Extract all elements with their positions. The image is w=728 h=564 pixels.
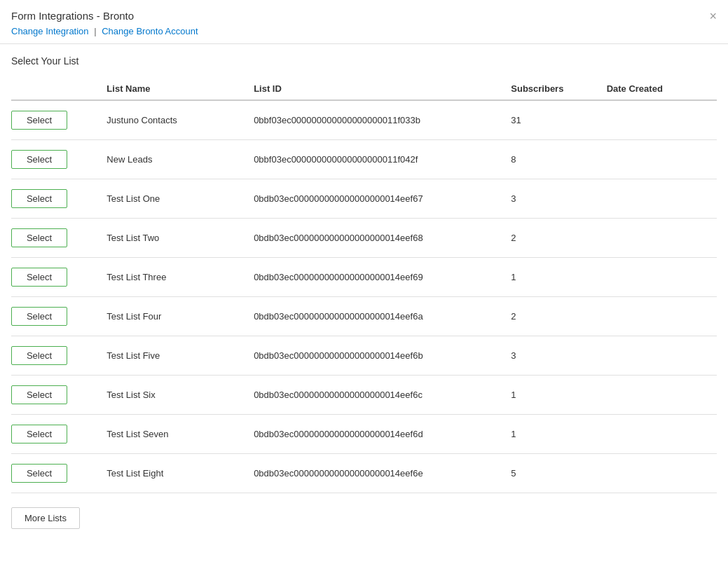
action-cell: Select: [11, 258, 107, 297]
table-row: SelectJustuno Contacts0bbf03ec0000000000…: [11, 100, 717, 140]
subscribers-cell: 1: [511, 376, 606, 415]
page-title: Form Integrations - Bronto: [11, 10, 717, 22]
table-body: SelectJustuno Contacts0bbf03ec0000000000…: [11, 100, 717, 493]
list-id-cell: 0bdb03ec000000000000000000014eef6a: [254, 297, 511, 336]
col-header-listname: List Name: [107, 78, 254, 100]
subscribers-cell: 5: [511, 454, 606, 493]
action-cell: Select: [11, 219, 107, 258]
select-button[interactable]: Select: [11, 464, 67, 483]
subscribers-cell: 8: [511, 140, 606, 179]
list-name-cell: Justuno Contacts: [107, 100, 254, 140]
list-id-cell: 0bdb03ec000000000000000000014eef6b: [254, 336, 511, 376]
list-id-cell: 0bdb03ec000000000000000000014eef6d: [254, 415, 511, 454]
table-row: SelectTest List Five0bdb03ec000000000000…: [11, 336, 717, 376]
date-created-cell: [607, 454, 717, 493]
action-cell: Select: [11, 297, 107, 336]
list-id-cell: 0bbf03ec000000000000000000011f033b: [254, 100, 511, 140]
select-button[interactable]: Select: [11, 307, 67, 326]
lists-table: List Name List ID Subscribers Date Creat…: [11, 78, 717, 493]
date-created-cell: [607, 258, 717, 297]
table-row: SelectTest List Three0bdb03ec00000000000…: [11, 258, 717, 297]
col-header-subscribers: Subscribers: [511, 78, 606, 100]
subscribers-cell: 3: [511, 336, 606, 376]
table-row: SelectTest List Two0bdb03ec0000000000000…: [11, 219, 717, 258]
date-created-cell: [607, 415, 717, 454]
date-created-cell: [607, 376, 717, 415]
subscribers-cell: 2: [511, 297, 606, 336]
change-account-link[interactable]: Change Bronto Account: [102, 26, 198, 36]
action-cell: Select: [11, 454, 107, 493]
date-created-cell: [607, 297, 717, 336]
list-name-cell: Test List Seven: [107, 415, 254, 454]
list-name-cell: Test List Six: [107, 376, 254, 415]
table-row: SelectTest List Four0bdb03ec000000000000…: [11, 297, 717, 336]
pipe-separator: |: [94, 26, 96, 36]
table-header: List Name List ID Subscribers Date Creat…: [11, 78, 717, 100]
select-button[interactable]: Select: [11, 268, 67, 287]
action-cell: Select: [11, 179, 107, 219]
list-id-cell: 0bdb03ec000000000000000000014eef67: [254, 179, 511, 219]
action-cell: Select: [11, 100, 107, 140]
list-id-cell: 0bdb03ec000000000000000000014eef69: [254, 258, 511, 297]
col-header-listid: List ID: [254, 78, 511, 100]
subscribers-cell: 3: [511, 179, 606, 219]
main-content: Select Your List List Name List ID Subsc…: [0, 44, 728, 540]
list-id-cell: 0bdb03ec000000000000000000014eef68: [254, 219, 511, 258]
list-name-cell: Test List One: [107, 179, 254, 219]
select-button[interactable]: Select: [11, 385, 67, 404]
list-id-cell: 0bbf03ec000000000000000000011f042f: [254, 140, 511, 179]
date-created-cell: [607, 100, 717, 140]
table-row: SelectTest List Six0bdb03ec0000000000000…: [11, 376, 717, 415]
subscribers-cell: 1: [511, 415, 606, 454]
table-row: SelectTest List Eight0bdb03ec00000000000…: [11, 454, 717, 493]
date-created-cell: [607, 219, 717, 258]
close-button[interactable]: ×: [709, 10, 717, 22]
subscribers-cell: 31: [511, 100, 606, 140]
select-button[interactable]: Select: [11, 228, 67, 247]
select-button[interactable]: Select: [11, 425, 67, 443]
section-title: Select Your List: [11, 55, 717, 67]
header-links: Change Integration | Change Bronto Accou…: [11, 26, 717, 36]
col-header-datecreated: Date Created: [607, 78, 717, 100]
list-id-cell: 0bdb03ec000000000000000000014eef6c: [254, 376, 511, 415]
action-cell: Select: [11, 140, 107, 179]
more-lists-button[interactable]: More Lists: [11, 507, 80, 529]
list-name-cell: Test List Four: [107, 297, 254, 336]
select-button[interactable]: Select: [11, 111, 67, 130]
date-created-cell: [607, 179, 717, 219]
subscribers-cell: 1: [511, 258, 606, 297]
list-name-cell: Test List Three: [107, 258, 254, 297]
table-row: SelectTest List Seven0bdb03ec00000000000…: [11, 415, 717, 454]
action-cell: Select: [11, 336, 107, 376]
subscribers-cell: 2: [511, 219, 606, 258]
action-cell: Select: [11, 376, 107, 415]
select-button[interactable]: Select: [11, 346, 67, 365]
date-created-cell: [607, 140, 717, 179]
select-button[interactable]: Select: [11, 150, 67, 169]
change-integration-link[interactable]: Change Integration: [11, 26, 89, 36]
list-name-cell: Test List Eight: [107, 454, 254, 493]
list-id-cell: 0bdb03ec000000000000000000014eef6e: [254, 454, 511, 493]
select-button[interactable]: Select: [11, 189, 67, 208]
list-name-cell: Test List Five: [107, 336, 254, 376]
table-row: SelectNew Leads0bbf03ec00000000000000000…: [11, 140, 717, 179]
action-cell: Select: [11, 415, 107, 454]
page-header: Form Integrations - Bronto Change Integr…: [0, 0, 728, 44]
list-name-cell: Test List Two: [107, 219, 254, 258]
table-row: SelectTest List One0bdb03ec0000000000000…: [11, 179, 717, 219]
date-created-cell: [607, 336, 717, 376]
col-header-action: [11, 78, 107, 100]
list-name-cell: New Leads: [107, 140, 254, 179]
